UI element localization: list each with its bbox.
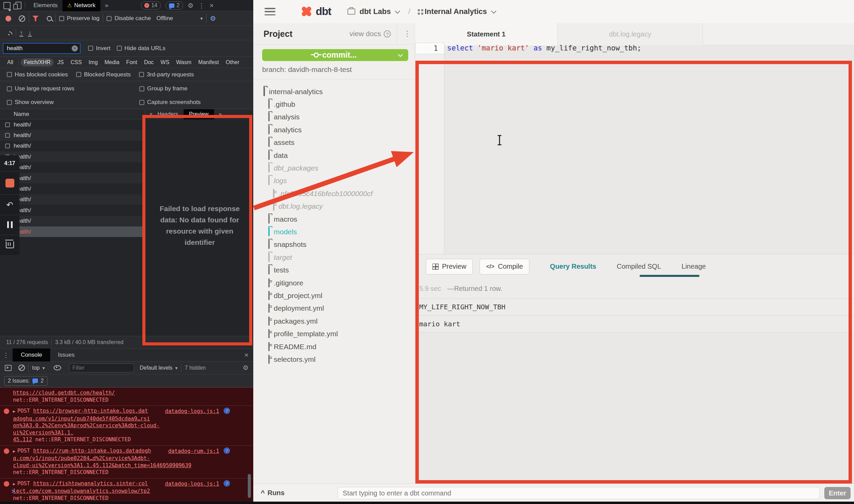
editor-tab-dbt-log-legacy[interactable]: dbt.log.legacy (558, 23, 703, 45)
group-by-frame-checkbox[interactable] (139, 86, 144, 91)
filter-chip-manifest[interactable]: Manifest (195, 58, 222, 66)
close-console-icon[interactable]: × (244, 351, 248, 359)
export-har-icon[interactable]: ↓ (28, 30, 32, 36)
view-docs-link[interactable]: view docs ? (350, 30, 391, 38)
error-url-link[interactable]: https://rum-http-intake.logs.datadogh (33, 448, 151, 454)
throttling-select[interactable]: Offline (156, 15, 173, 22)
console-sidebar-icon[interactable] (5, 365, 12, 371)
dbt-command-input[interactable] (338, 487, 820, 499)
issues-count-badge[interactable]: 2 (166, 1, 183, 10)
error-count-badge[interactable]: 14 (141, 1, 161, 10)
tree-item-folder[interactable]: assets (253, 136, 415, 149)
commit-button[interactable]: commit... (262, 49, 408, 61)
show-overview-checkbox[interactable] (7, 100, 12, 105)
network-filter-input[interactable] (3, 43, 81, 54)
network-conditions-gear-icon[interactable]: ⚙ (210, 14, 216, 23)
error-url-link[interactable]: 45.112 (13, 436, 32, 443)
tree-item-folder[interactable]: target (253, 251, 415, 264)
tree-item-folder[interactable]: macros (253, 213, 415, 225)
filter-chip-fetch-xhr[interactable]: Fetch/XHR (21, 58, 54, 66)
account-name[interactable]: dbt Labs (359, 7, 391, 16)
devtools-close-icon[interactable]: × (210, 1, 214, 10)
console-settings-gear-icon[interactable]: ⚙ (243, 364, 248, 372)
hide-data-urls-checkbox[interactable] (117, 46, 122, 51)
expand-triangle-icon[interactable]: ▶ (13, 409, 15, 414)
filter-chip-doc[interactable]: Doc (141, 58, 157, 66)
console-menu-icon[interactable]: ⋮ (3, 351, 9, 359)
live-expression-eye-icon[interactable] (54, 365, 61, 370)
settings-gear-icon[interactable]: ⚙ (188, 2, 194, 10)
filter-chip-ws[interactable]: WS (157, 58, 172, 66)
console-filter-input[interactable] (69, 364, 134, 372)
filter-chip-js[interactable]: JS (54, 58, 67, 66)
account-chevron-icon[interactable] (395, 8, 400, 14)
record-icon[interactable] (5, 16, 11, 21)
context-caret-icon[interactable]: ▾ (42, 365, 45, 371)
tree-item-file[interactable]: packages.yml (253, 315, 415, 327)
error-url-link[interactable]: https://browser-http-intake.logs.dat (33, 408, 148, 414)
filter-chip-img[interactable]: Img (86, 58, 101, 66)
has-blocked-cookies-checkbox[interactable] (7, 72, 12, 77)
console-scrollbar[interactable] (248, 474, 251, 498)
source-location-link[interactable]: datadog-logs.js:1 (165, 408, 219, 415)
console-error-message[interactable]: ▶POST https://fishtownanalytics.sinter-c… (0, 478, 253, 504)
device-toolbar-icon[interactable] (15, 2, 22, 9)
expand-triangle-icon[interactable]: ▶ (13, 482, 15, 486)
tree-item-file[interactable]: selectors.yml (253, 353, 415, 366)
stop-recording-button[interactable] (0, 171, 19, 194)
console-error-message[interactable]: https://cloud.getdbt.com/health/ net::ER… (0, 387, 253, 406)
project-name[interactable]: Internal Analytics (425, 7, 487, 16)
info-icon[interactable]: ? (224, 407, 230, 414)
enter-button[interactable]: Enter (824, 487, 851, 499)
request-row[interactable]: health/ (0, 162, 145, 173)
filter-chip-css[interactable]: CSS (68, 58, 85, 66)
blocked-requests-checkbox[interactable] (76, 72, 81, 77)
third-party-requests-checkbox[interactable] (139, 72, 144, 77)
more-tabs-button[interactable]: » (100, 0, 113, 11)
request-row[interactable]: health/ (0, 119, 145, 130)
request-checkbox[interactable] (5, 133, 10, 138)
error-url-link[interactable]: lect.com/com.snowplowanalytics.snowplow/… (13, 488, 150, 494)
request-checkbox[interactable] (5, 122, 10, 127)
info-icon[interactable]: ? (224, 447, 230, 454)
console-prompt-icon[interactable]: > (12, 488, 15, 494)
invert-checkbox[interactable] (88, 46, 93, 51)
dbt-logo-icon[interactable] (300, 5, 313, 18)
error-url-link[interactable]: cloud-ui%2Cversion%3A1.1.45.112&batch_ti… (13, 462, 191, 469)
console-error-message[interactable]: ▶POST https://browser-http-intake.logs.d… (0, 406, 253, 446)
request-row[interactable]: health/ (0, 141, 145, 151)
disable-cache-checkbox[interactable] (106, 16, 112, 21)
delete-recording-button[interactable] (0, 235, 19, 255)
tree-item-file[interactable]: dbt_project.yml (253, 289, 415, 302)
use-large-request-rows-checkbox[interactable] (7, 86, 12, 91)
request-row[interactable]: health/ (0, 151, 145, 162)
tree-item-file[interactable]: deployment.yml (253, 302, 415, 315)
filter-funnel-icon[interactable] (32, 16, 39, 21)
console-error-message[interactable]: ▶POST https://rum-http-intake.logs.datad… (0, 446, 253, 478)
levels-caret-icon[interactable]: ▾ (175, 365, 177, 371)
dbt-logo-text[interactable]: dbt (316, 5, 331, 18)
error-url-link[interactable]: adoghq.com/v1/input/pub740de5f405dcdaa9…… (13, 416, 150, 422)
filter-chip-other[interactable]: Other (223, 58, 242, 66)
tree-item-folder[interactable]: .github (253, 98, 415, 110)
project-menu-icon[interactable]: ⋮ (403, 29, 411, 38)
request-row[interactable]: health/ (0, 205, 145, 216)
tab-console[interactable]: Console (13, 349, 50, 361)
tree-item-folder[interactable]: internal-analytics (253, 85, 415, 98)
tree-item-file[interactable]: .gitignore (253, 277, 415, 289)
commit-dropdown-chevron-icon[interactable] (398, 52, 403, 57)
tree-item-folder[interactable]: snapshots (253, 238, 415, 251)
search-icon[interactable] (47, 16, 52, 21)
error-url-link[interactable]: https://cloud.getdbt.com/health/ (13, 390, 115, 396)
pause-recording-button[interactable] (0, 215, 19, 235)
filter-chip-font[interactable]: Font (123, 58, 140, 66)
request-row-selected[interactable]: health/ (0, 226, 145, 237)
issues-chip[interactable]: 2 Issues: 2 (4, 376, 47, 386)
network-conditions-icon[interactable] (5, 31, 12, 35)
request-row[interactable]: health/ (0, 183, 145, 194)
code-line[interactable]: select 'mario kart' as my_life_right_now… (447, 44, 641, 52)
throttling-caret-icon[interactable]: ▾ (200, 16, 203, 21)
filter-chip-media[interactable]: Media (101, 58, 123, 66)
tree-item-file[interactable]: README.md (253, 340, 415, 353)
capture-screenshots-checkbox[interactable] (139, 100, 144, 105)
